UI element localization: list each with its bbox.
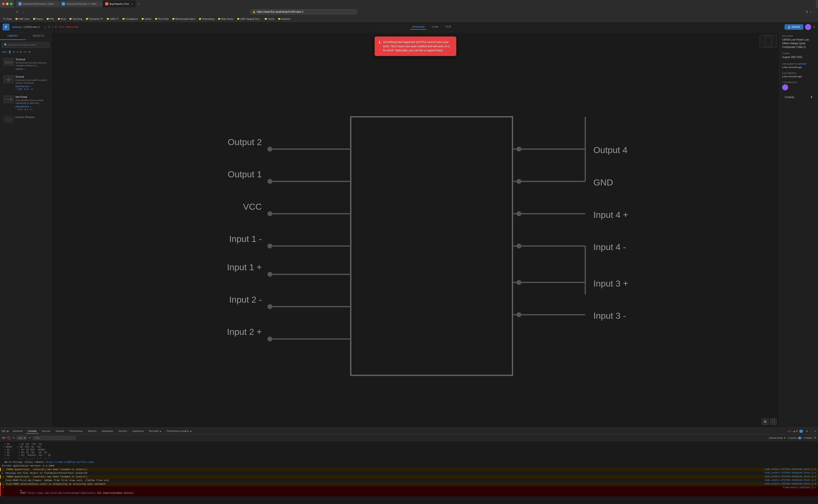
bookmark-omf-core[interactable]: 📁 OMF Core [14, 17, 31, 21]
devtools-panel-toggle[interactable]: ⌨ [2, 436, 5, 439]
bookmark-techdebt[interactable]: 📁 Tech Debt [153, 17, 170, 21]
close-button[interactable] [2, 3, 5, 5]
devtools-follow[interactable]: 👁 [28, 436, 31, 439]
tab-2[interactable]: adriantp/lm339-take-2: LM33... ✕ [59, 0, 102, 7]
code-filter-icon[interactable]: </> [23, 50, 27, 53]
devtools-close[interactable]: ✕ [814, 430, 816, 433]
bookmark-compliance[interactable]: 📁 Compliance [121, 17, 139, 21]
library-item-net-portal[interactable]: Net Portal A net identifier used to crea… [2, 94, 50, 112]
devtools-clear[interactable]: 🚫 [7, 436, 11, 440]
grid-view-button[interactable]: ⊞ [762, 418, 769, 425]
expand-icon-error[interactable]: ▶ [20, 489, 22, 492]
bookmark-prs[interactable]: 📁 PRs [45, 17, 55, 21]
fork-button[interactable]: ⑂ [52, 25, 53, 29]
bookmark-repos[interactable]: 📁 Repos [32, 17, 44, 21]
tab-code[interactable]: Code [430, 24, 440, 30]
bookmark-onboarding[interactable]: 📁 Onboarding [197, 17, 216, 21]
console-source-6[interactable]: frame-modern.e20a2d44.js:1 [783, 486, 816, 489]
devtools-tab-network[interactable]: Network [53, 429, 66, 434]
bookmark-omf-staging[interactable]: 📁 OMF Staging Test... [236, 17, 262, 21]
folder-icon: 📁 [106, 18, 109, 20]
devtools-level-select[interactable]: top [17, 436, 27, 440]
updated-by-link[interactable]: adriantp [798, 62, 807, 65]
back-button[interactable]: ← [2, 10, 7, 14]
bookmark-acq[interactable]: 📁 ACQ [56, 17, 67, 21]
devtools-levels: Default levels ▼ 2 Issues: 2 4 hidden ⚙ [769, 436, 816, 439]
bookmark-sessions[interactable]: 📁 sessions [277, 17, 292, 21]
reload-button[interactable]: ↻ [15, 10, 19, 14]
tab-1-close[interactable]: ✕ [58, 3, 59, 5]
issues-badge[interactable]: 2 [798, 437, 802, 439]
devtools-tab-elements[interactable]: Elements [11, 429, 25, 434]
fullscreen-button[interactable]: ⛶ [770, 418, 777, 425]
devtools-settings-2[interactable]: ⚙ [814, 436, 816, 439]
bookmark-payments[interactable]: 📁 Payments VT [84, 17, 104, 21]
console-source-4[interactable]: node_vendors-0f3f464-599401dd.chunk.js:6 [765, 479, 816, 481]
console-source-3[interactable]: node_vendors-0f3f464-599401dd.chunk.js:6 [765, 475, 816, 478]
person-filter-icon[interactable]: 👤 [8, 50, 11, 53]
console-source-5[interactable]: node_vendors-0f3f464-599401dd.chunk.js:6 [765, 483, 816, 485]
intercom-link[interactable]: https://api-iam.intercom.io/messenger/we… [27, 492, 96, 494]
canvas-area[interactable]: ℹ Something bad happened and Flux cannot… [52, 32, 779, 428]
bookmark-servicing[interactable]: 📁 Servicing [68, 17, 83, 21]
tab-2-close[interactable]: ✕ [100, 3, 102, 5]
controls-chevron[interactable]: ▼ [810, 96, 813, 99]
console-source-1[interactable]: node_vendors-0f3f464-599401dd.chunk.js:6 [765, 468, 816, 471]
forward-button[interactable]: → [9, 10, 13, 14]
settings-filter-icon[interactable]: ⚙ [28, 50, 31, 53]
star-filter-icon[interactable]: ★ [13, 50, 15, 53]
grid-filter-icon[interactable]: ⊞ [20, 50, 22, 53]
library-item-terminal[interactable]: Terminal An electrical connector acting … [2, 56, 50, 72]
user-avatar[interactable] [805, 24, 811, 30]
tab-3[interactable]: Bug Reports | Flux ✕ [103, 0, 135, 7]
bookmark-monitoring[interactable]: 📁 Monitoring/Incident [171, 17, 196, 21]
bookmark-tools[interactable]: 🔧 Tools [2, 17, 13, 21]
bookmark-slide-decks[interactable]: 📁 Slide Decks [217, 17, 235, 21]
devtools-tab-application[interactable]: Application [100, 429, 115, 434]
devtools-tab-security[interactable]: Security [116, 429, 129, 434]
star-button[interactable]: ☆ [44, 25, 47, 29]
devtools-tab-memory[interactable]: Memory [86, 429, 99, 434]
tab-1[interactable]: adriantp/lm339-broken: LM33... ✕ [16, 0, 59, 7]
bookmark-web0x[interactable]: 📁 web0x [140, 17, 153, 21]
circle-filter-icon[interactable]: ⊙ [16, 50, 18, 53]
devtools-settings[interactable]: ⚙ [806, 430, 808, 433]
devtools-more[interactable]: ⋮ [810, 430, 812, 433]
devtools-inspect[interactable]: ▶ [7, 430, 9, 433]
breadcrumb-user[interactable]: adriantp [12, 26, 21, 29]
bookmark-oam[interactable]: 📁 OAM VT [105, 17, 120, 21]
library-item-ground[interactable]: Ground A common return path for electric… [2, 74, 50, 92]
folder-icon: 📁 [155, 18, 157, 20]
hiring-link[interactable]: https://coda.io/@flux-ai/flux-jobs [46, 461, 94, 463]
devtools-tab-lighthouse[interactable]: Lighthouse [130, 429, 146, 434]
devtools-tab-recorder[interactable]: Recorder ▲ [147, 429, 164, 434]
expand-icon[interactable]: ▶ [2, 472, 5, 474]
user-menu-chevron[interactable]: ▼ [813, 26, 815, 29]
default-levels-label[interactable]: Default levels ▼ [769, 437, 786, 439]
tab-library[interactable]: LIBRARY [0, 32, 26, 40]
fullscreen-button[interactable] [10, 3, 12, 5]
library-item-resistor[interactable]: Generic Resistor [2, 114, 50, 125]
new-tab-button[interactable]: + [136, 2, 141, 6]
console-source-2[interactable]: node_vendors-0f3f464-599401dd.chunk.js:6 [765, 472, 816, 474]
tab-schematic[interactable]: Schematic [410, 24, 427, 30]
minimize-button[interactable] [6, 3, 9, 5]
share-button[interactable]: 🔒 SHARE [785, 24, 803, 30]
devtools-tab-console[interactable]: Console [26, 429, 39, 434]
search-input-container[interactable]: 🔍 Keyword or part number [2, 42, 50, 48]
svg-text:Input 3 -: Input 3 - [593, 311, 626, 321]
schematic-canvas[interactable]: Output 2 Output 1 VCC Input 1 - [52, 32, 779, 428]
tab-objects[interactable]: OBJECTS [26, 32, 52, 40]
breadcrumb-project[interactable]: LM339-take-2 [24, 26, 40, 29]
home-button[interactable]: ⌂ [21, 10, 24, 14]
devtools-live-exp[interactable]: 👁 [12, 436, 15, 439]
bookmark-cache[interactable]: 📁 Cache [263, 17, 276, 21]
devtools-tab-performance[interactable]: Performance [67, 429, 85, 434]
devtools-tab-performance-insights[interactable]: Performance insights ▲ [164, 429, 194, 434]
devtools-filter-input[interactable] [33, 436, 76, 440]
address-input[interactable]: 🔒 https://www.flux.ai/adriantp/lm339-tak… [250, 9, 357, 14]
devtools-tab-sources[interactable]: Sources [39, 429, 52, 434]
tab-3-close[interactable]: ✕ [131, 3, 133, 5]
devtools-toggle[interactable]: ⌨ [2, 430, 5, 433]
tab-pcb[interactable]: PCB [444, 24, 453, 30]
